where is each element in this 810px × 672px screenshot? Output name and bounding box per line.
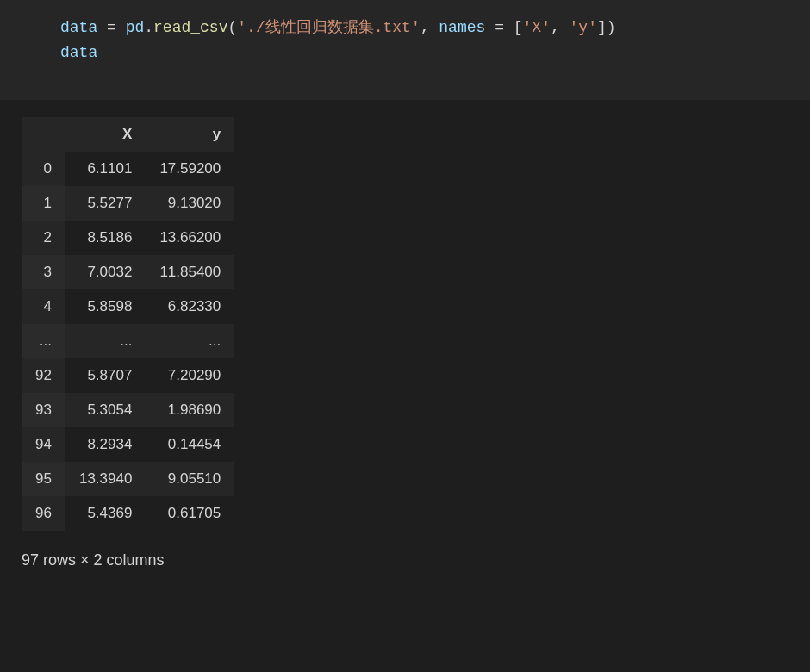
- table-row: 37.003211.85400: [22, 255, 234, 289]
- cell-y: 0.61705: [146, 496, 234, 531]
- code-token: data: [60, 44, 97, 61]
- code-token: ,: [421, 19, 439, 36]
- row-index: 4: [22, 289, 65, 324]
- table-row: 45.85986.82330: [22, 289, 234, 324]
- table-row: 935.30541.98690: [22, 393, 234, 427]
- row-index: 2: [22, 221, 65, 255]
- cell-y: 9.05510: [146, 462, 234, 496]
- cell-y: 1.98690: [146, 393, 234, 427]
- cell-X: 13.3940: [65, 462, 146, 496]
- row-index: 0: [22, 152, 65, 186]
- table-row: 28.518613.66200: [22, 221, 234, 255]
- table-row: 06.110117.59200: [22, 152, 234, 186]
- dataframe-table: X y 06.110117.5920015.52779.1302028.5186…: [22, 117, 234, 531]
- code-token: data: [60, 19, 97, 36]
- code-token: './线性回归数据集.txt': [237, 19, 420, 36]
- cell-X: 8.2934: [65, 427, 146, 462]
- dataframe-summary: 97 rows × 2 columns: [22, 551, 810, 569]
- column-header-y: y: [146, 117, 234, 152]
- row-index: 94: [22, 427, 65, 462]
- table-row: 948.29340.14454: [22, 427, 234, 462]
- cell-y: 6.82330: [146, 289, 234, 324]
- cell-X: 6.1101: [65, 152, 146, 186]
- cell-X: ...: [65, 324, 146, 358]
- table-header-row: X y: [22, 117, 234, 152]
- row-index: 96: [22, 496, 65, 531]
- table-row: 15.52779.13020: [22, 186, 234, 221]
- code-token: (: [227, 19, 237, 36]
- cell-X: 5.3054: [65, 393, 146, 427]
- cell-y: 0.14454: [146, 427, 234, 462]
- row-index: 1: [22, 186, 65, 221]
- code-cell[interactable]: data = pd.read_csv('./线性回归数据集.txt', name…: [0, 0, 810, 100]
- cell-X: 5.8707: [65, 358, 146, 393]
- cell-y: 13.66200: [146, 221, 234, 255]
- code-token: .: [144, 19, 153, 36]
- cell-X: 5.8598: [65, 289, 146, 324]
- row-index: 93: [22, 393, 65, 427]
- cell-y: 9.13020: [146, 186, 234, 221]
- cell-X: 8.5186: [65, 221, 146, 255]
- column-header-X: X: [65, 117, 146, 152]
- table-row: 965.43690.61705: [22, 496, 234, 531]
- table-row: .........: [22, 324, 234, 358]
- cell-X: 5.4369: [65, 496, 146, 531]
- cell-y: 11.85400: [146, 255, 234, 289]
- cell-y: 17.59200: [146, 152, 234, 186]
- row-index: 92: [22, 358, 65, 393]
- cell-X: 7.0032: [65, 255, 146, 289]
- code-token: pd: [126, 19, 145, 36]
- code-line-1: data = pd.read_csv('./线性回归数据集.txt', name…: [60, 16, 810, 40]
- output-area: X y 06.110117.5920015.52779.1302028.5186…: [0, 100, 810, 569]
- code-token: =: [97, 19, 125, 36]
- code-token: ]): [597, 19, 616, 36]
- code-token: names: [439, 19, 485, 36]
- row-index: ...: [22, 324, 65, 358]
- cell-y: ...: [146, 324, 234, 358]
- table-row: 9513.39409.05510: [22, 462, 234, 496]
- index-header: [22, 117, 65, 152]
- row-index: 95: [22, 462, 65, 496]
- cell-y: 7.20290: [146, 358, 234, 393]
- code-line-2: data: [60, 40, 810, 65]
- code-token: ,: [551, 19, 570, 36]
- row-index: 3: [22, 255, 65, 289]
- code-token: 'X': [523, 19, 551, 36]
- cell-X: 5.5277: [65, 186, 146, 221]
- code-token: 'y': [570, 19, 597, 36]
- code-token: =: [485, 19, 513, 36]
- table-row: 925.87077.20290: [22, 358, 234, 393]
- code-token: [: [514, 19, 523, 36]
- code-token: read_csv: [153, 19, 227, 36]
